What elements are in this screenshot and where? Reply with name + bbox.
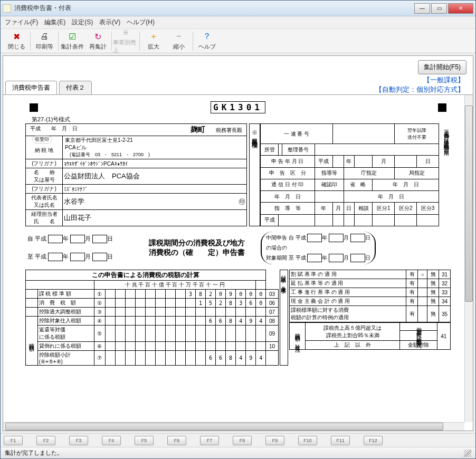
menu-file[interactable]: ファイル(F)	[5, 18, 38, 27]
calc-row: 控除過大調整税額③07	[26, 308, 279, 317]
calc-row: 消 費 税 額②152836006	[26, 299, 279, 308]
resize-grip[interactable]	[464, 450, 471, 457]
fn-key-f7[interactable]: F7	[200, 436, 219, 445]
vertical-scrollbar[interactable]	[464, 95, 473, 422]
toolbar-zoom-out[interactable]: −縮小	[166, 30, 192, 52]
calc-row: 課 税 標 準 額①3820900003	[26, 290, 279, 299]
menu-edit[interactable]: 編集(E)	[44, 18, 65, 27]
minus-icon: −	[174, 31, 184, 42]
menu-help[interactable]: ヘルプ(H)	[127, 18, 155, 27]
horizontal-scrollbar[interactable]	[3, 422, 464, 431]
recalc-icon: ↻	[92, 31, 103, 42]
office-processing-label: ※税務署処理欄	[249, 123, 260, 226]
menu-settings[interactable]: 設定(S)	[72, 18, 93, 27]
menu-view[interactable]: 表示(V)	[99, 18, 120, 27]
tax-form: GK1301 第27-(1)号様式 平成 年 月 日麹町 税務署長殿 収受印納 …	[19, 99, 457, 366]
calc-row: 控除税額小計 (④+⑤+⑥)⑦668494	[26, 351, 279, 366]
app-icon	[3, 4, 11, 13]
document-viewport[interactable]: GK1301 第27-(1)号様式 平成 年 月 日麹町 税務署長殿 収受印納 …	[3, 95, 473, 431]
form-side-label: 平成九年四月一日以後終了課税期間分（一般用）	[441, 123, 451, 226]
fn-key-f10[interactable]: F10	[298, 436, 317, 445]
application-row: 延 払 基 準 等 の 適 用有無32	[290, 279, 451, 288]
start-calculation-button[interactable]: 集計開始(F5)	[418, 60, 467, 74]
application-row: 割 賦 基 準 の 適 用有○無31	[290, 270, 451, 279]
calc-row: 控除税額控除対象仕入税額④66849408	[26, 317, 279, 326]
fn-key-f1[interactable]: F1	[4, 436, 23, 445]
calc-row: 貸倒れに係る税額⑥10	[26, 342, 279, 351]
help-icon: ？	[202, 31, 212, 42]
fn-key-f2[interactable]: F2	[36, 436, 55, 445]
fn-key-f3[interactable]: F3	[69, 436, 88, 445]
sheet-check-icon: ☑	[67, 31, 78, 42]
maximize-button[interactable]: ▭	[431, 3, 447, 14]
window-title: 消費税申告書・付表	[14, 4, 414, 13]
application-row: 現 金 主 義 会 計 の 適 用有無34	[290, 297, 451, 306]
printer-icon: 🖨	[39, 31, 50, 42]
deduction-method-table: 控除税額の計算方法 課税売上高５億円超又は課税売上割合95％未満 個別対応方式 …	[289, 322, 451, 350]
fn-key-f11[interactable]: F11	[331, 436, 350, 445]
toolbar: ✖閉じる 🖨印刷等 ☑集計条件 ↻再集計 ≡事業別売上 ＋拡大 −縮小 ？ヘルプ	[1, 29, 475, 53]
minimize-button[interactable]: —	[414, 3, 430, 14]
content-area: 集計開始(F5) 【一般課税】 【自動判定：個別対応方式】 消費税申告書 付表２…	[3, 55, 473, 431]
crop-mark-right	[438, 103, 446, 112]
status-message: 集計が完了しました。	[5, 449, 63, 457]
tax-calculation-table: この申告書による消費税の税額の計算 十 兆 千 百 十 億 千 百 十 万 千 …	[25, 270, 279, 366]
tabs: 消費税申告書 付表２	[3, 81, 473, 95]
toolbar-zoom-in[interactable]: ＋拡大	[141, 30, 166, 52]
fn-key-f8[interactable]: F8	[233, 436, 252, 445]
fn-key-f12[interactable]: F12	[364, 436, 383, 445]
toolbar-close[interactable]: ✖閉じる	[4, 30, 29, 52]
tab-appendix2[interactable]: 付表２	[59, 81, 92, 94]
toolbar-print[interactable]: 🖨印刷等	[32, 30, 57, 52]
close-icon: ✖	[11, 31, 22, 42]
fn-key-f4[interactable]: F4	[102, 436, 121, 445]
menubar: ファイル(F) 編集(E) 設定(S) 表示(V) ヘルプ(H)	[1, 16, 475, 29]
calc-row: 返還等対価 に係る税額⑤09	[26, 326, 279, 342]
toolbar-biz-sales: ≡事業別売上	[113, 30, 138, 52]
titlebar: 消費税申告書・付表 — ▭ ✕	[1, 1, 475, 16]
form-number: 第27-(1)号様式	[32, 116, 70, 122]
close-button[interactable]: ✕	[448, 3, 473, 14]
toolbar-recalc[interactable]: ↻再集計	[85, 30, 110, 52]
toolbar-help[interactable]: ？ヘルプ	[194, 30, 220, 52]
form-code: GK1301	[211, 101, 265, 113]
tab-declaration[interactable]: 消費税申告書	[5, 81, 57, 94]
crop-mark-left	[30, 103, 38, 112]
fn-key-f6[interactable]: F6	[167, 436, 186, 445]
app-window: 消費税申告書・付表 — ▭ ✕ ファイル(F) 編集(E) 設定(S) 表示(V…	[0, 0, 476, 459]
fn-key-f5[interactable]: F5	[135, 436, 154, 445]
taxpayer-info: 平成 年 月 日麹町 税務署長殿 収受印納 税 地 東京都千代田区富士見1-2-…	[25, 123, 247, 226]
application-row: 課税標準額に対する消費 税額の計算の特例の適用有無35	[290, 306, 451, 322]
application-row: 工 事 進 行 基 準 の 適 用有無33	[290, 288, 451, 297]
plus-icon: ＋	[148, 31, 159, 42]
statusbar: 集計が完了しました。	[1, 447, 475, 458]
function-key-bar: F1F2F3F4F5F6F7F8F9F10F11F12	[1, 433, 475, 447]
notes-column-label: 付記事項 参考事項	[280, 270, 288, 366]
toolbar-collect[interactable]: ☑集計条件	[60, 30, 85, 52]
office-processing: 一 連 番 号翌年以降 送付不要 所管整理番号 申 告 年 月 日平成年月日 申…	[260, 123, 439, 226]
application-table: 割 賦 基 準 の 適 用有○無31延 払 基 準 等 の 適 用有無32工 事…	[289, 270, 451, 322]
list-icon: ≡	[120, 28, 131, 37]
fn-key-f9[interactable]: F9	[265, 436, 284, 445]
